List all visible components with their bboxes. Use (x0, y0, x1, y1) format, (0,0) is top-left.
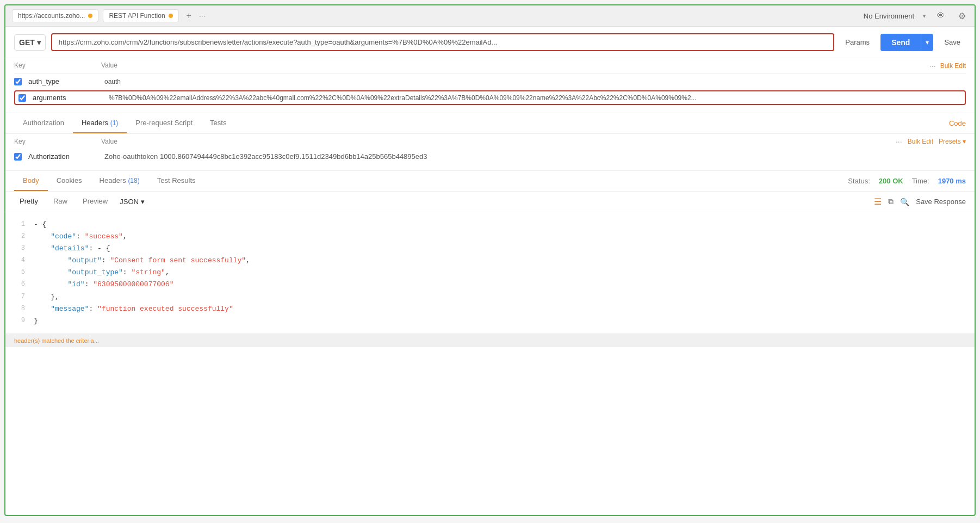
tab-dot-orange-2 (169, 14, 173, 18)
line-num-1: 1 (14, 219, 25, 231)
response-sub-tabs: Pretty Raw Preview JSON ▾ ☰ ⧉ 🔍 Save Res… (5, 192, 975, 212)
search-button[interactable]: 🔍 (900, 198, 909, 206)
headers-bulk-edit-button[interactable]: Bulk Edit (908, 138, 933, 145)
json-content-5: "output_type": "string", (34, 267, 170, 279)
tab-bar: https://accounts.zoho... REST API Functi… (5, 5, 975, 27)
params-more-icon[interactable]: ··· (929, 61, 936, 70)
headers-table-header: Key Value ··· Bulk Edit Presets ▾ (14, 134, 966, 149)
response-tab-body[interactable]: Body (14, 171, 48, 191)
copy-button[interactable]: ⧉ (888, 197, 894, 206)
line-num-2: 2 (14, 231, 25, 243)
json-line-4: 4 "output": "Consent form sent successfu… (14, 255, 966, 267)
tab-tests[interactable]: Tests (201, 113, 235, 133)
json-content-4: "output": "Consent form sent successfull… (34, 255, 250, 267)
json-line-2: 2 "code": "success", (14, 231, 966, 243)
tab-headers-label: Headers (82, 119, 108, 127)
header-checkbox-authorization[interactable] (14, 153, 22, 161)
headers-more-icon[interactable]: ··· (896, 137, 902, 146)
json-content-1: - { (34, 219, 46, 231)
headers-actions: ··· Bulk Edit Presets ▾ (896, 137, 966, 146)
resp-tab-raw-label: Raw (53, 197, 67, 205)
param-checkbox-arguments[interactable] (18, 94, 26, 102)
params-actions: ··· Bulk Edit (929, 61, 966, 70)
line-num-4: 4 (14, 255, 25, 267)
tab-headers-badge: (1) (110, 119, 119, 127)
save-button[interactable]: Save (939, 35, 966, 50)
resp-tab-pretty[interactable]: Pretty (14, 195, 44, 208)
method-dropdown-arrow: ▾ (37, 38, 41, 47)
send-dropdown-button[interactable]: ▾ (921, 34, 933, 51)
resp-tab-raw[interactable]: Raw (48, 195, 73, 208)
tab-bar-right: No Environment ▾ 👁 ⚙ (864, 10, 968, 22)
format-dropdown-arrow: ▾ (141, 198, 145, 206)
resp-actions: ☰ ⧉ 🔍 Save Response (874, 196, 966, 207)
param-row-auth-type: auth_type oauth (14, 74, 966, 89)
tab-item-accounts[interactable]: https://accounts.zoho... (12, 9, 98, 22)
params-table: Key Value ··· Bulk Edit auth_type oauth … (5, 58, 975, 113)
line-num-6: 6 (14, 279, 25, 291)
resp-tab-preview[interactable]: Preview (77, 195, 113, 208)
bulk-edit-button[interactable]: Bulk Edit (940, 62, 966, 70)
code-button[interactable]: Code (949, 119, 966, 127)
tab-authorization[interactable]: Authorization (14, 113, 73, 133)
param-checkbox-auth-type[interactable] (14, 78, 22, 85)
params-key-header: Key (14, 61, 101, 70)
response-headers-label: Headers (100, 176, 126, 184)
param-row-arguments: arguments %7B%0D%0A%09%22emailAddress%22… (14, 90, 966, 105)
response-test-results-label: Test Results (157, 176, 196, 184)
request-tabs: Authorization Headers (1) Pre-request Sc… (5, 113, 975, 134)
json-line-7: 7 }, (14, 291, 966, 303)
json-output: 1 - { 2 "code": "success", 3 "details": … (5, 212, 975, 334)
method-select[interactable]: GET ▾ (14, 34, 46, 51)
footer-bar: header(s) matched the criteria... (5, 334, 975, 347)
header-row-authorization: Authorization Zoho-oauthtoken 1000.86074… (14, 149, 966, 164)
request-bar: GET ▾ Params Send ▾ Save (5, 27, 975, 58)
response-cookies-label: Cookies (57, 176, 82, 184)
tab-dot-orange (88, 14, 92, 18)
params-header: Key Value ··· Bulk Edit (14, 58, 966, 74)
tab-item-rest-api[interactable]: REST API Function (103, 9, 178, 22)
json-line-1: 1 - { (14, 219, 966, 231)
tab-pre-request-label: Pre-request Script (135, 119, 193, 127)
format-label: JSON (120, 198, 139, 206)
env-dropdown-arrow[interactable]: ▾ (923, 13, 926, 19)
body-status: Status: 200 OK Time: 1970 ms (848, 177, 966, 185)
param-value-arguments: %7B%0D%0A%09%22emailAddress%22%3A%22abc%… (109, 94, 962, 102)
method-text: GET (19, 38, 35, 47)
response-tab-headers[interactable]: Headers (18) (91, 171, 148, 191)
body-tabs-bar: Body Cookies Headers (18) Test Results S… (5, 171, 975, 192)
url-input[interactable] (51, 33, 835, 51)
headers-key-header: Key (14, 138, 101, 145)
wrap-icon[interactable]: ☰ (874, 196, 882, 207)
json-line-9: 9 } (14, 315, 966, 327)
add-tab-button[interactable]: + (183, 9, 195, 23)
format-select[interactable]: JSON ▾ (120, 198, 145, 206)
json-line-8: 8 "message": "function executed successf… (14, 303, 966, 315)
settings-icon[interactable]: ⚙ (956, 10, 968, 22)
save-response-button[interactable]: Save Response (916, 198, 966, 206)
request-tab-actions: Code (949, 119, 966, 127)
response-tab-test-results[interactable]: Test Results (148, 171, 204, 191)
json-content-9: } (34, 315, 38, 327)
json-content-6: "id": "63095000000077006" (34, 279, 173, 291)
status-value: 200 OK (879, 177, 903, 185)
more-tabs[interactable]: ··· (199, 11, 206, 20)
json-content-8: "message": "function executed successful… (34, 303, 233, 315)
line-num-9: 9 (14, 315, 25, 327)
params-button[interactable]: Params (840, 35, 875, 50)
response-tab-cookies[interactable]: Cookies (48, 171, 91, 191)
line-num-8: 8 (14, 303, 25, 315)
resp-tab-pretty-label: Pretty (20, 197, 38, 205)
json-content-2: "code": "success", (34, 231, 127, 243)
tab-tests-label: Tests (210, 119, 226, 127)
presets-button[interactable]: Presets ▾ (939, 138, 966, 145)
params-value-header: Value (101, 61, 929, 70)
tab-pre-request-script[interactable]: Pre-request Script (127, 113, 201, 133)
json-line-5: 5 "output_type": "string", (14, 267, 966, 279)
eye-icon[interactable]: 👁 (934, 10, 947, 22)
tab-headers[interactable]: Headers (1) (73, 113, 127, 133)
send-button[interactable]: Send (880, 34, 921, 51)
time-value: 1970 ms (938, 177, 966, 185)
json-line-6: 6 "id": "63095000000077006" (14, 279, 966, 291)
param-key-auth-type: auth_type (28, 77, 104, 85)
